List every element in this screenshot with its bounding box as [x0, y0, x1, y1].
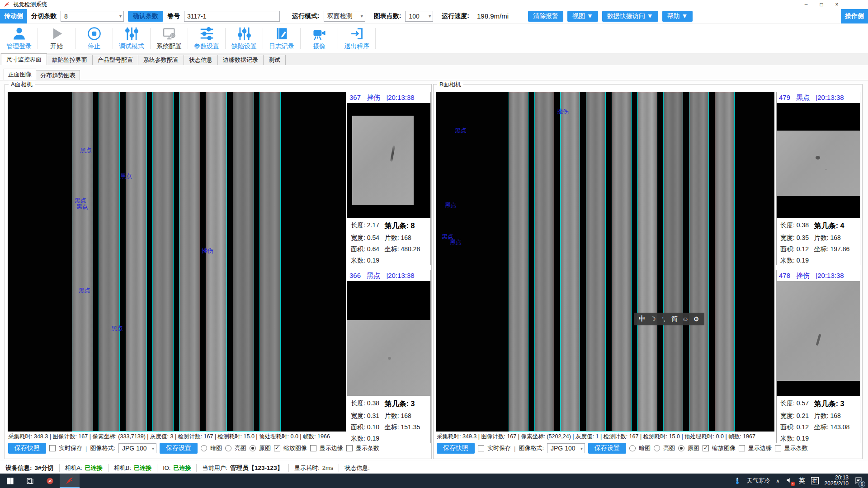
bright-image-radio[interactable] [654, 445, 660, 451]
realtime-save-checkbox[interactable] [478, 445, 484, 451]
dark-image-radio[interactable] [629, 445, 636, 451]
subtab-front-image[interactable]: 正面图像 [4, 69, 36, 80]
ime-pinyin-indicator[interactable]: 拼 [811, 477, 819, 484]
divider [263, 28, 263, 49]
data-quick-access-button[interactable]: 数据快捷访问 ▼ [602, 11, 658, 22]
subtab-trend-chart[interactable]: 分布趋势图表 [36, 70, 80, 80]
camera-capture-button[interactable]: 摄像 [303, 26, 335, 51]
minimize-button[interactable]: – [798, 0, 814, 9]
tab-product-model-config[interactable]: 产品型号配置 [92, 55, 138, 65]
realtime-save-checkbox[interactable] [49, 445, 56, 451]
slit-count-select[interactable]: 8 ▾ [61, 11, 124, 22]
ime-language-indicator[interactable]: 英 [799, 477, 805, 485]
info-length: 长度: 0.38 [780, 221, 814, 231]
io-status-segment: IO: 已连接 [157, 464, 197, 472]
save-settings-button[interactable]: 保存设置 [588, 443, 626, 454]
original-image-radio[interactable] [678, 445, 684, 451]
roll-number-input[interactable] [184, 11, 280, 22]
strip [509, 92, 528, 431]
defect-info: 长度: 0.57 第几条: 3 宽度: 0.21 片数: 168 面积: 0.1… [777, 396, 860, 443]
task-view-button[interactable] [20, 474, 40, 488]
system-config-button[interactable]: 系统配置 [153, 26, 185, 51]
admin-login-button[interactable]: 管理登录 [3, 26, 35, 51]
volume-muted-icon[interactable]: × [786, 477, 793, 485]
zoom-image-checkbox[interactable] [703, 445, 709, 451]
tray-chevron-up-icon[interactable]: ∧ [776, 478, 780, 484]
show-edge-checkbox[interactable] [739, 445, 745, 451]
play-icon [49, 26, 64, 41]
defect-marker-label: 黑点 [79, 286, 90, 295]
tab-system-param-config[interactable]: 系统参数配置 [138, 55, 184, 65]
ime-punctuation-button[interactable]: ’, [658, 315, 669, 323]
start-button[interactable]: 开始 [40, 26, 73, 51]
defect-card[interactable]: 366 黑点 |20:13:38 长度: 0.38 第几条: 3 宽度: 0.3… [347, 270, 431, 443]
log-record-button[interactable]: 日志记录 [265, 26, 298, 51]
confirm-count-button[interactable]: 确认条数 [128, 11, 163, 22]
save-snapshot-button[interactable]: 保存快照 [437, 443, 475, 454]
info-pieces: 片数: 168 [385, 234, 427, 242]
defect-marker-label: 黑点 [80, 146, 92, 155]
display-elapsed-label: 显示耗时: [294, 464, 320, 472]
defect-card[interactable]: 367 挫伤 |20:13:38 长度: 2.17 第几条: 8 宽度: 0.5… [347, 92, 431, 265]
ime-emoticon-icon[interactable]: ☺ [680, 315, 691, 323]
divider [188, 28, 188, 49]
chart-points-select[interactable]: 100 ▾ [405, 11, 433, 22]
image-format-select[interactable]: JPG 100 ▾ [547, 443, 585, 453]
close-button[interactable]: × [829, 0, 844, 9]
save-snapshot-button[interactable]: 保存快照 [8, 443, 46, 454]
bright-image-label: 亮图 [663, 444, 675, 452]
tab-defect-monitor[interactable]: 缺陷监控界面 [47, 55, 93, 65]
chevron-down-icon: ▾ [116, 14, 122, 19]
taskbar-active-app[interactable] [60, 474, 80, 488]
camera-b-status-label: 相机B: [114, 464, 131, 472]
original-image-radio[interactable] [250, 445, 256, 451]
current-user-segment: 当前用户: 管理员【123-123】 [197, 464, 289, 472]
show-strips-checkbox[interactable] [775, 445, 781, 451]
ime-settings-gear-icon[interactable]: ⚙ [691, 315, 702, 323]
ime-charset-button[interactable]: 简 [669, 315, 680, 323]
maximize-button[interactable]: □ [814, 0, 829, 9]
view-menu-button[interactable]: 视图 ▼ [567, 11, 598, 22]
defect-thumbnail [777, 281, 860, 396]
ime-fullwidth-icon[interactable]: ☽ [647, 315, 658, 323]
camera-a-controls: 保存快照 实时保存 | 图像格式: JPG 100 ▾ 保存设置 暗图 亮图 原… [8, 441, 379, 455]
tab-size-monitor[interactable]: 尺寸监控界面 [1, 53, 47, 65]
weather-status-text[interactable]: 天气寒冷 [747, 477, 770, 485]
start-button[interactable] [0, 474, 20, 488]
tab-test[interactable]: 测试 [263, 55, 286, 65]
ime-mode-button[interactable]: 中 [637, 315, 647, 323]
defect-card[interactable]: 479 黑点 |20:13:38 长度: 0.38 第几条: 4 宽度: 0.3… [776, 92, 860, 265]
exit-program-button[interactable]: 退出程序 [340, 26, 373, 51]
clear-alarm-button[interactable]: 清除报警 [528, 11, 563, 22]
drive-side-button[interactable]: 传动侧 [0, 9, 27, 23]
bright-image-radio[interactable] [225, 445, 231, 451]
thermometer-icon[interactable] [734, 477, 741, 485]
action-center-button[interactable]: 6 [854, 476, 863, 486]
strip [99, 92, 120, 431]
show-strips-checkbox[interactable] [346, 445, 353, 451]
tab-status-info[interactable]: 状态信息 [184, 55, 218, 65]
save-settings-button[interactable]: 保存设置 [160, 443, 198, 454]
debug-mode-button[interactable]: 调试模式 [115, 26, 148, 51]
show-edge-checkbox[interactable] [310, 445, 316, 451]
stop-icon [87, 26, 102, 41]
parameter-settings-button[interactable]: 参数设置 [190, 26, 223, 51]
dark-image-radio[interactable] [201, 445, 207, 451]
action-label: 参数设置 [194, 42, 219, 51]
camera-b-panel: B面相机 挫伤 黑点 黑点 黑点 黑点 479 黑点 |20:13:38 长度:… [433, 84, 863, 459]
info-coord: 坐标: 143.08 [814, 423, 856, 432]
divider [338, 28, 338, 49]
tab-edge-data-record[interactable]: 边缘数据记录 [217, 55, 264, 65]
image-format-select[interactable]: JPG 100 ▾ [118, 443, 156, 453]
taskbar-clock[interactable]: 20:13 2025/2/10 [825, 475, 849, 487]
stop-button[interactable]: 停止 [78, 26, 110, 51]
help-menu-button[interactable]: 帮助 ▼ [662, 11, 693, 22]
run-mode-select[interactable]: 双面检测 ▾ [324, 11, 365, 22]
operate-side-button[interactable]: 操作侧 [841, 9, 868, 23]
zoom-image-checkbox[interactable] [274, 445, 280, 451]
camera-a-live-image: 黑点 黑点 黑点 黑点 挫伤 黑点 黑点 [8, 92, 346, 432]
defect-settings-button[interactable]: 缺陷设置 [228, 26, 260, 51]
defect-card[interactable]: 478 挫伤 |20:13:38 长度: 0.57 第几条: 3 宽度: 0.2… [776, 270, 860, 443]
divider [38, 28, 38, 49]
taskbar-app-icon[interactable] [40, 474, 60, 488]
